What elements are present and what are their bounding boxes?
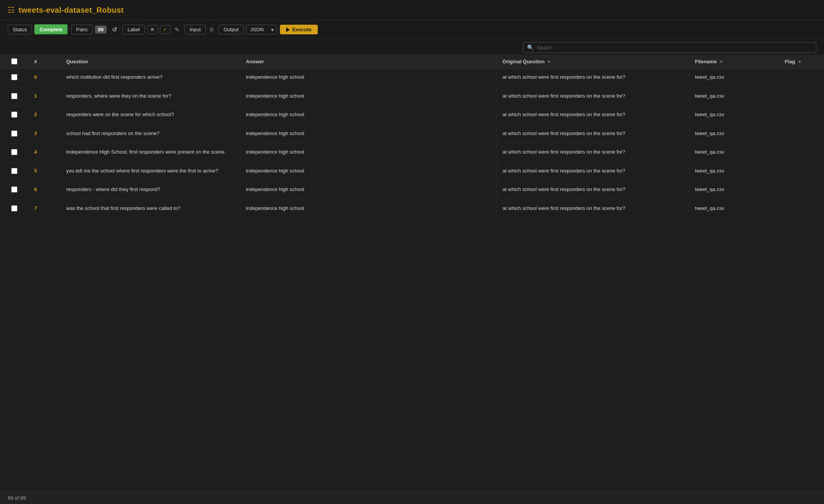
row-answer-5: independence high school (240, 162, 497, 181)
row-flag-5 (779, 162, 824, 181)
row-filename-5: tweet_qa.csv (689, 162, 779, 181)
sort-icon-filename: ▾ (720, 59, 722, 64)
row-filename-7: tweet_qa.csv (689, 200, 779, 218)
row-filename-6: tweet_qa.csv (689, 181, 779, 200)
output-format-select[interactable]: JSON CSV TSV YAML (246, 25, 277, 34)
row-flag-1 (779, 87, 824, 106)
execute-button[interactable]: Execute (280, 25, 318, 34)
row-answer-3: independence high school (240, 125, 497, 144)
row-original-1: at which school were first responders on… (497, 87, 689, 106)
row-original-0: at which school were first responders on… (497, 69, 689, 88)
row-checkbox-3[interactable] (11, 130, 17, 137)
table-row: 2 responders were on the scene for which… (0, 106, 824, 125)
row-original-4: at which school were first responders on… (497, 144, 689, 162)
table-row: 0 which institution did first responders… (0, 69, 824, 88)
search-bar-row: 🔍 (0, 39, 824, 54)
row-question-5: you tell me the school where first respo… (61, 162, 240, 181)
row-flag-6 (779, 181, 824, 200)
toolbar-pairs-group: Pairs 89 (71, 25, 107, 34)
table-row: 3 school had first responders on the sce… (0, 125, 824, 144)
pencil-button[interactable]: ✎ (173, 25, 181, 34)
th-flag: Flag ▾ (779, 54, 824, 69)
complete-button[interactable]: Complete (34, 24, 68, 35)
sort-icon-original: ▾ (548, 59, 550, 64)
row-num-6: 6 (29, 181, 61, 200)
data-table: # Question Answer Original Question ▾ Fi… (0, 54, 824, 218)
table-row: 1 responders, where were they on the sce… (0, 87, 824, 106)
row-checkbox-cell (0, 106, 29, 125)
row-filename-4: tweet_qa.csv (689, 144, 779, 162)
select-all-checkbox[interactable] (11, 58, 17, 64)
table-row: 5 you tell me the school where first res… (0, 162, 824, 181)
header: ☷ tweets-eval-dataset_Robust (0, 0, 824, 20)
app-container: ☷ tweets-eval-dataset_Robust Status Comp… (0, 0, 824, 504)
list-icon: ☷ (8, 5, 15, 15)
row-checkbox-6[interactable] (11, 186, 17, 193)
row-flag-2 (779, 106, 824, 125)
status-button[interactable]: Status (8, 25, 32, 34)
row-filename-1: tweet_qa.csv (689, 87, 779, 106)
row-checkbox-cell (0, 87, 29, 106)
row-checkbox-cell (0, 181, 29, 200)
row-answer-4: independence high school (240, 144, 497, 162)
row-checkbox-0[interactable] (11, 74, 17, 80)
row-original-7: at which school were first responders on… (497, 200, 689, 218)
row-checkbox-5[interactable] (11, 168, 17, 174)
row-num-4: 4 (29, 144, 61, 162)
row-original-6: at which school were first responders on… (497, 181, 689, 200)
row-original-3: at which school were first responders on… (497, 125, 689, 144)
input-button[interactable]: Input (185, 25, 206, 34)
row-count-label: 89 of 89 (8, 495, 26, 501)
search-input-wrapper: 🔍 (523, 42, 816, 53)
row-answer-6: independence high school (240, 181, 497, 200)
row-answer-2: independence high school (240, 106, 497, 125)
pairs-badge: 89 (95, 25, 107, 34)
output-button[interactable]: Output (219, 25, 244, 34)
refresh-button[interactable]: ↺ (110, 24, 119, 35)
row-checkbox-cell (0, 162, 29, 181)
row-flag-4 (779, 144, 824, 162)
table-row: 4 Independence High School, first respon… (0, 144, 824, 162)
toolbar-input-group: Input ⎘ (185, 25, 215, 34)
row-checkbox-7[interactable] (11, 205, 17, 211)
row-question-4: Independence High School, first responde… (61, 144, 240, 162)
copy-button[interactable]: ⎘ (208, 25, 215, 34)
th-question: Question (61, 54, 240, 69)
row-checkbox-cell (0, 125, 29, 144)
row-answer-0: independence high school (240, 69, 497, 88)
row-checkbox-4[interactable] (11, 149, 17, 155)
row-filename-2: tweet_qa.csv (689, 106, 779, 125)
execute-icon (286, 27, 290, 32)
row-question-3: school had first responders on the scene… (61, 125, 240, 144)
th-num: # (29, 54, 61, 69)
row-flag-0 (779, 69, 824, 88)
row-checkbox-cell (0, 144, 29, 162)
th-answer: Answer (240, 54, 497, 69)
x-button[interactable]: ✕ (147, 25, 158, 34)
table-row: 7 was the school that first responders w… (0, 200, 824, 218)
footer: 89 of 89 (0, 492, 824, 504)
row-question-6: responders - where did they first respon… (61, 181, 240, 200)
row-question-0: which institution did first responders a… (61, 69, 240, 88)
row-answer-7: independence high school (240, 200, 497, 218)
row-filename-0: tweet_qa.csv (689, 69, 779, 88)
row-original-2: at which school were first responders on… (497, 106, 689, 125)
check-button[interactable]: ✓ (160, 25, 170, 34)
row-num-2: 2 (29, 106, 61, 125)
row-checkbox-1[interactable] (11, 93, 17, 99)
row-checkbox-2[interactable] (11, 112, 17, 118)
row-filename-3: tweet_qa.csv (689, 125, 779, 144)
row-flag-7 (779, 200, 824, 218)
toolbar-output-group: Output JSON CSV TSV YAML (219, 25, 277, 34)
row-num-3: 3 (29, 125, 61, 144)
table-header-row: # Question Answer Original Question ▾ Fi… (0, 54, 824, 69)
row-num-1: 1 (29, 87, 61, 106)
row-answer-1: independence high school (240, 87, 497, 106)
th-checkbox (0, 54, 29, 69)
search-input[interactable] (537, 45, 812, 51)
row-question-7: was the school that first responders wer… (61, 200, 240, 218)
data-table-container: # Question Answer Original Question ▾ Fi… (0, 54, 824, 492)
label-button[interactable]: Label (122, 25, 145, 34)
search-icon: 🔍 (527, 44, 534, 51)
pairs-button[interactable]: Pairs (71, 25, 93, 34)
